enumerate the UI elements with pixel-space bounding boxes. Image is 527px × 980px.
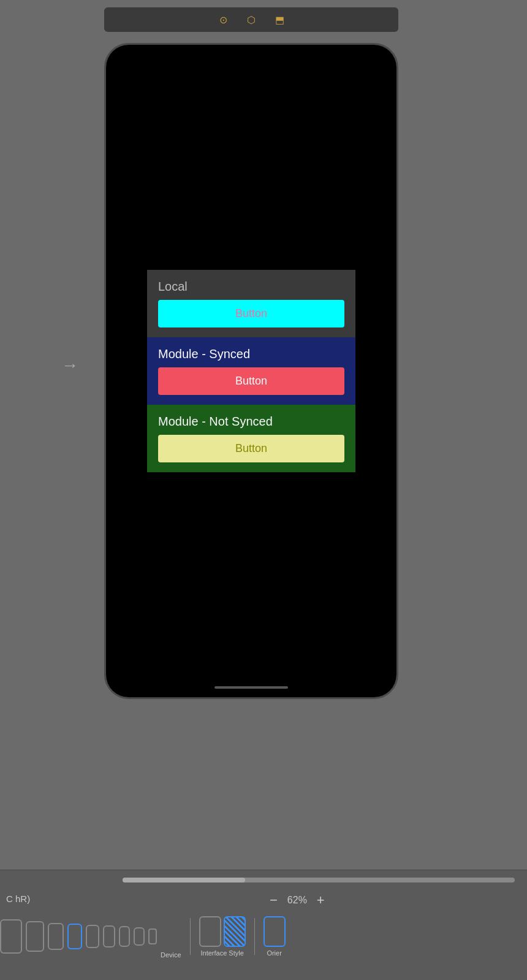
cards-container: Local Button Module - Synced Button Modu… [147, 270, 355, 472]
device-icon-4[interactable] [67, 924, 82, 949]
zoom-controls: − 62% + [270, 894, 325, 907]
local-button[interactable]: Button [158, 300, 344, 327]
not-synced-card: Module - Not Synced Button [147, 405, 355, 472]
export-icon[interactable]: ⬒ [273, 13, 286, 26]
device-icon-5[interactable] [86, 925, 99, 948]
device-icon-8[interactable] [134, 927, 145, 946]
interface-icon-dark[interactable] [224, 916, 246, 947]
bottom-bar: C hR) − 62% + [0, 870, 527, 980]
scrollbar-thumb [123, 878, 245, 882]
not-synced-card-title: Module - Not Synced [158, 415, 344, 429]
orientation-icon[interactable] [264, 916, 286, 947]
package-icon[interactable]: ⬡ [245, 13, 258, 26]
device-icon-7[interactable] [119, 926, 130, 947]
device-icon-6[interactable] [103, 925, 115, 947]
synced-card: Module - Synced Button [147, 337, 355, 405]
orientation-label: Orier [267, 949, 281, 957]
local-card: Local Button [147, 270, 355, 337]
phone-screen: Local Button Module - Synced Button Modu… [106, 45, 396, 697]
orientation-section: Orier [264, 916, 286, 957]
interface-style-section: Interface Style [199, 916, 246, 957]
zoom-plus-button[interactable]: + [317, 894, 325, 907]
device-icon-9[interactable] [148, 928, 157, 944]
interface-style-icons [199, 916, 246, 947]
home-indicator [214, 686, 288, 689]
breadcrumb: C hR) [6, 894, 30, 904]
interface-style-label: Interface Style [200, 949, 243, 957]
circle-icon[interactable]: ⊙ [216, 13, 230, 26]
zoom-level: 62% [285, 895, 309, 906]
zoom-minus-button[interactable]: − [270, 894, 278, 907]
device-icons-row: Device Interface Style Orier [0, 912, 343, 961]
device-label: Device [161, 951, 181, 961]
phone-frame: Local Button Module - Synced Button Modu… [104, 43, 398, 699]
top-toolbar: ⊙ ⬡ ⬒ [104, 7, 398, 32]
divider-1 [190, 918, 191, 955]
device-icon-1[interactable] [0, 919, 22, 954]
scrollbar-track[interactable] [123, 878, 515, 882]
device-icon-2[interactable] [26, 921, 44, 952]
synced-card-title: Module - Synced [158, 347, 344, 361]
local-card-title: Local [158, 280, 344, 294]
divider-2 [254, 918, 255, 955]
not-synced-button[interactable]: Button [158, 435, 344, 462]
interface-icon-light[interactable] [199, 916, 221, 947]
device-icon-3[interactable] [48, 923, 64, 950]
synced-button[interactable]: Button [158, 367, 344, 395]
nav-arrow[interactable]: → [61, 356, 78, 375]
